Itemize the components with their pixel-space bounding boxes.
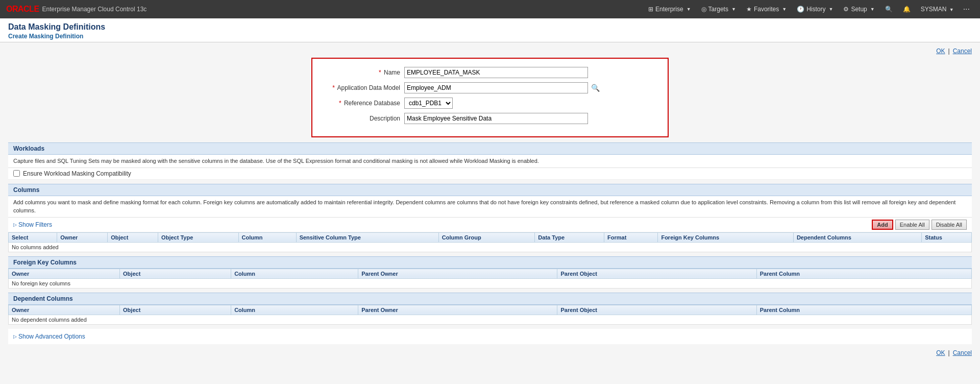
favorites-caret: ▼ xyxy=(782,7,787,12)
refdb-label: * Reference Database xyxy=(323,100,404,107)
col-header-data-type: Data Type xyxy=(535,232,604,242)
fk-col-owner: Owner xyxy=(9,269,120,278)
cancel-button-bottom[interactable]: Cancel xyxy=(953,349,972,356)
columns-description: Add columns you want to mask and define … xyxy=(8,196,972,218)
columns-table: Select Owner Object Object Type Column S… xyxy=(8,232,972,252)
adm-input-group: 🔍 xyxy=(404,82,601,93)
enterprise-caret: ▼ xyxy=(687,7,691,12)
history-menu[interactable]: 🕐 History ▼ xyxy=(792,0,838,18)
name-input[interactable] xyxy=(404,67,588,78)
enterprise-label: Enterprise xyxy=(655,6,683,13)
dots-label: ··· xyxy=(963,5,970,13)
col-header-column-group: Column Group xyxy=(438,232,535,242)
setup-label: Setup xyxy=(851,6,867,13)
ok-button-bottom[interactable]: OK xyxy=(936,349,945,356)
fk-col-object: Object xyxy=(120,269,231,278)
main-content: OK | Cancel * Name * Application Data Mo… xyxy=(0,42,980,384)
dep-col-parent-owner: Parent Owner xyxy=(358,305,557,315)
favorites-menu[interactable]: ★ Favorites ▼ xyxy=(741,0,792,18)
desc-label: Description xyxy=(323,115,404,122)
dep-columns-table-body: No dependent columns added xyxy=(9,315,972,324)
show-filters-label: Show Filters xyxy=(18,221,52,228)
bell-icon: 🔔 xyxy=(903,6,911,13)
name-row: * Name xyxy=(323,67,657,78)
columns-section: Columns Add columns you want to mask and… xyxy=(8,184,972,252)
setup-menu[interactable]: ⚙ Setup ▼ xyxy=(838,0,879,18)
no-dep-cell: No dependent columns added xyxy=(9,315,972,324)
workload-masking-label: Ensure Workload Masking Compatibility xyxy=(23,170,131,177)
favorites-label: Favorites xyxy=(754,6,779,13)
columns-toolbar: ▷ Show Filters Add Enable All Disable Al… xyxy=(8,218,972,232)
adm-label: * Application Data Model xyxy=(323,84,404,91)
history-label: History xyxy=(806,6,825,13)
page-title: Data Masking Definitions xyxy=(8,22,972,32)
fk-no-data-row: No foreign key columns xyxy=(9,278,972,288)
triangle-icon: ▷ xyxy=(13,222,17,227)
col-header-owner: Owner xyxy=(57,232,108,242)
show-advanced-link[interactable]: ▷ Show Advanced Options xyxy=(13,333,967,340)
setup-caret: ▼ xyxy=(870,7,875,12)
dep-col-parent-column: Parent Column xyxy=(756,305,971,315)
show-filters-link[interactable]: ▷ Show Filters xyxy=(13,221,52,228)
user-menu[interactable]: SYSMAN ▼ xyxy=(916,6,959,13)
refdb-select[interactable]: cdb1_PDB1 cdb1_PDB2 xyxy=(404,98,453,109)
name-required-star: * xyxy=(379,69,381,76)
user-label: SYSMAN xyxy=(921,6,947,13)
dep-no-data-row: No dependent columns added xyxy=(9,315,972,324)
dep-columns-table: Owner Object Column Parent Owner Parent … xyxy=(8,305,972,325)
enterprise-menu[interactable]: ⊞ Enterprise ▼ xyxy=(643,0,696,18)
dep-col-owner: Owner xyxy=(9,305,120,315)
separator-top: | xyxy=(948,47,950,55)
col-header-object: Object xyxy=(108,232,158,242)
dep-header-row: Owner Object Column Parent Owner Parent … xyxy=(9,305,972,315)
no-columns-cell: No columns added xyxy=(9,242,972,252)
cancel-button-top[interactable]: Cancel xyxy=(953,47,972,55)
col-header-select: Select xyxy=(9,232,57,242)
dep-columns-header: Dependent Columns xyxy=(8,293,972,305)
top-navigation: ORACLE Enterprise Manager Cloud Control … xyxy=(0,0,980,18)
columns-header-row: Select Owner Object Object Type Column S… xyxy=(9,232,972,242)
favorites-icon: ★ xyxy=(746,6,752,13)
fk-columns-table-head: Owner Object Column Parent Owner Parent … xyxy=(9,269,972,278)
user-caret: ▼ xyxy=(949,7,954,12)
add-column-button[interactable]: Add xyxy=(872,220,893,230)
adm-row: * Application Data Model 🔍 xyxy=(323,82,657,93)
col-header-sensitive-type: Sensitive Column Type xyxy=(296,232,438,242)
workload-masking-checkbox[interactable] xyxy=(13,170,20,177)
ok-button-top[interactable]: OK xyxy=(936,47,945,55)
fk-col-parent-column: Parent Column xyxy=(756,269,971,278)
notification-button[interactable]: 🔔 xyxy=(898,0,916,18)
fk-col-column: Column xyxy=(231,269,358,278)
history-icon: 🕐 xyxy=(797,6,804,13)
desc-row: Description xyxy=(323,113,657,124)
col-header-status: Status xyxy=(922,232,972,242)
col-header-column: Column xyxy=(238,232,296,242)
targets-label: Targets xyxy=(708,6,728,13)
action-bar-bottom: OK | Cancel xyxy=(8,349,972,356)
workloads-header: Workloads xyxy=(8,142,972,155)
dep-col-column: Column xyxy=(231,305,358,315)
oracle-wordmark: ORACLE xyxy=(6,5,39,14)
targets-icon: ◎ xyxy=(701,6,706,13)
enable-all-button[interactable]: Enable All xyxy=(895,220,929,230)
columns-table-head: Select Owner Object Object Type Column S… xyxy=(9,232,972,242)
advanced-triangle-icon: ▷ xyxy=(13,334,17,339)
adm-input[interactable] xyxy=(404,82,588,93)
action-bar-top: OK | Cancel xyxy=(8,47,972,55)
desc-input[interactable] xyxy=(404,113,588,124)
adm-search-button[interactable]: 🔍 xyxy=(590,83,601,93)
dep-columns-section: Dependent Columns Owner Object Column Pa… xyxy=(8,293,972,325)
page-subtitle: Create Masking Definition xyxy=(8,33,972,40)
col-header-fk-columns: Foreign Key Columns xyxy=(658,232,793,242)
oracle-logo-area: ORACLE Enterprise Manager Cloud Control … xyxy=(6,5,146,14)
disable-all-button[interactable]: Disable All xyxy=(932,220,967,230)
adm-required-star: * xyxy=(332,84,335,91)
fk-columns-table-body: No foreign key columns xyxy=(9,278,972,288)
name-label: * Name xyxy=(323,69,404,76)
create-masking-form: * Name * Application Data Model 🔍 * Refe… xyxy=(311,58,669,137)
refdb-row: * Reference Database cdb1_PDB1 cdb1_PDB2 xyxy=(323,98,657,109)
search-button[interactable]: 🔍 xyxy=(880,0,898,18)
more-menu[interactable]: ··· xyxy=(959,5,974,14)
show-advanced-label: Show Advanced Options xyxy=(18,333,85,340)
targets-menu[interactable]: ◎ Targets ▼ xyxy=(696,0,741,18)
